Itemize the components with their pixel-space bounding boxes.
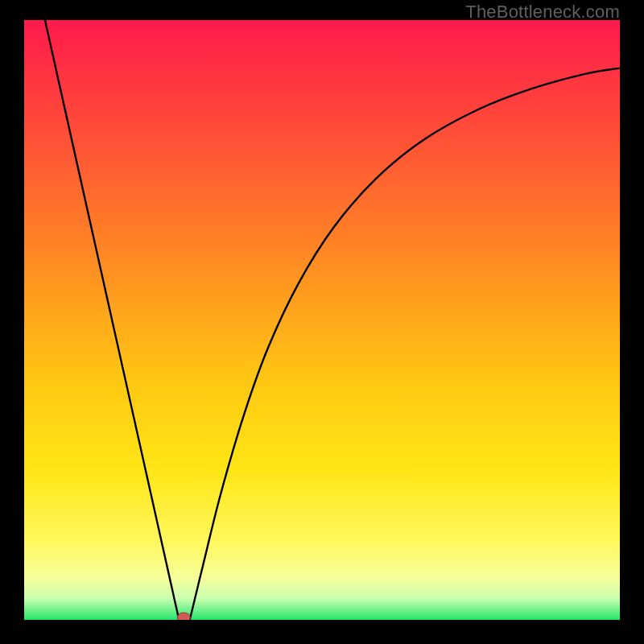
plot-area bbox=[24, 20, 620, 620]
gradient-background bbox=[24, 20, 620, 620]
chart-svg bbox=[24, 20, 620, 620]
minimum-marker bbox=[177, 613, 190, 620]
chart-frame: TheBottleneck.com bbox=[0, 0, 644, 644]
